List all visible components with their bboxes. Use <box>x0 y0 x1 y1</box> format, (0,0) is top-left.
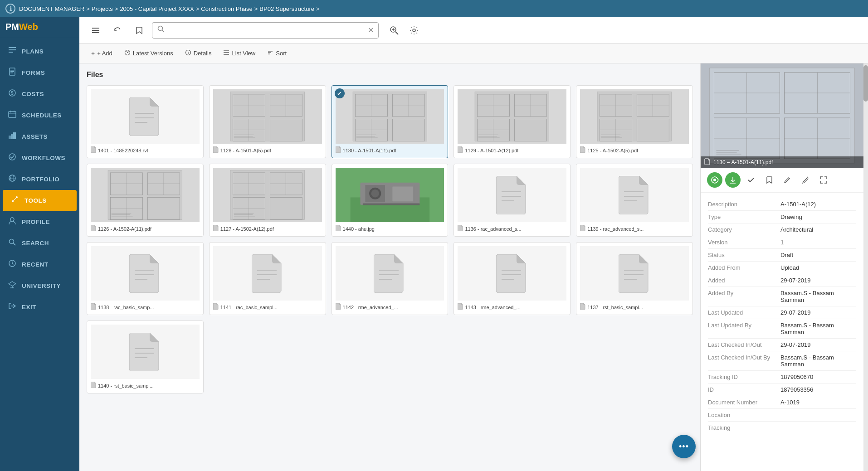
file-card[interactable]: 1143 - rme_advanced_... <box>454 242 571 315</box>
file-type-icon <box>91 303 96 311</box>
latest-versions-button[interactable]: Latest Versions <box>120 47 178 59</box>
file-name-row: 1126 - A-1502-A(11).pdf <box>91 225 200 233</box>
add-button[interactable]: + + Add <box>87 48 117 59</box>
file-type-icon <box>458 303 463 311</box>
svg-point-20 <box>10 218 14 221</box>
detail-bookmark-button[interactable] <box>761 172 777 188</box>
file-type-icon <box>580 303 585 311</box>
breadcrumb-projects[interactable]: Projects <box>92 5 113 12</box>
meta-label: Last Updated By <box>708 322 780 335</box>
meta-row: Category Architectural <box>708 223 856 236</box>
sidebar-item-exit[interactable]: EXIT <box>0 296 79 318</box>
info-icon[interactable]: ℹ <box>5 4 15 14</box>
svg-point-37 <box>413 29 415 32</box>
file-card[interactable]: 1440 - ahu.jpg <box>332 164 449 237</box>
search-box[interactable]: ✕ <box>152 22 379 39</box>
file-card[interactable]: 1141 - rac_basic_sampl... <box>209 242 326 315</box>
file-card[interactable]: 1140 - rst_basic_sampl... <box>87 320 204 393</box>
file-type-icon <box>336 303 341 311</box>
detail-view-button[interactable] <box>707 172 722 188</box>
detail-expand-button[interactable] <box>816 172 831 188</box>
meta-row: Status Draft <box>708 249 856 262</box>
search-clear-icon[interactable]: ✕ <box>368 26 374 34</box>
sidebar: PMWeb PLANS FORMS $ COSTS <box>0 17 79 471</box>
settings-button[interactable] <box>406 22 422 39</box>
meta-label: Document Number <box>708 399 780 406</box>
action-bar: + + Add Latest Versions Details List Vi <box>79 44 868 63</box>
meta-value: 29-07-2019 <box>780 309 856 316</box>
sidebar-item-forms[interactable]: FORMS <box>0 62 79 83</box>
breadcrumb-construction-phase[interactable]: Construction Phase <box>201 5 252 12</box>
meta-label: Added <box>708 277 780 284</box>
file-name: 1125 - A-1502-A(5).pdf <box>587 148 638 153</box>
hamburger-button[interactable] <box>87 23 105 38</box>
bookmark-button[interactable] <box>130 23 148 38</box>
svg-marker-24 <box>9 282 16 286</box>
detail-check-button[interactable] <box>743 172 759 188</box>
plans-icon <box>7 46 17 57</box>
meta-value: Upload <box>780 264 856 271</box>
file-type-icon <box>458 225 463 233</box>
sidebar-item-tools[interactable]: TOOLs <box>3 190 77 211</box>
sidebar-label-university: UNIVERSITY <box>22 282 61 289</box>
file-card[interactable]: 1125 - A-1502-A(5).pdf <box>576 85 693 158</box>
detail-download-button[interactable] <box>725 172 741 188</box>
file-card[interactable]: 1136 - rac_advanced_s... <box>454 164 571 237</box>
file-card[interactable]: 1401 - 1485220248.rvt <box>87 85 204 158</box>
sidebar-item-search[interactable]: SEARCH <box>0 233 79 254</box>
search-input[interactable] <box>168 27 365 34</box>
file-thumb <box>336 89 444 144</box>
detail-preview-title: 1130 – A-1501-A(11).pdf <box>701 156 863 168</box>
file-card[interactable]: 1127 - A-1502-A(12).pdf <box>209 164 326 237</box>
sidebar-item-assets[interactable]: ASSETS <box>0 126 79 147</box>
file-type-icon <box>91 146 96 154</box>
detail-annotate-button[interactable] <box>798 172 813 188</box>
zoom-button[interactable] <box>386 22 402 39</box>
svg-rect-29 <box>92 30 99 31</box>
file-name-row: 1440 - ahu.jpg <box>336 225 444 233</box>
details-button[interactable]: Details <box>180 47 216 59</box>
file-name-row: 1129 - A-1501-A(12).pdf <box>458 146 566 154</box>
sort-icon <box>267 49 273 57</box>
file-card[interactable]: 1128 - A-1501-A(5).pdf <box>209 85 326 158</box>
file-card[interactable]: 1138 - rac_basic_samp... <box>87 242 204 315</box>
sidebar-item-costs[interactable]: $ COSTS <box>0 83 79 105</box>
sidebar-item-workflows[interactable]: WORKFLOWS <box>0 147 79 169</box>
file-type-icon <box>336 146 341 154</box>
meta-row: Last Checked In/Out 29-07-2019 <box>708 339 856 351</box>
breadcrumb-superstructure[interactable]: BP02 Superstructure <box>259 5 314 12</box>
file-name: 1140 - rst_basic_sampl... <box>98 383 154 388</box>
meta-row: Document Number A-1019 <box>708 396 856 409</box>
file-thumb <box>336 246 444 301</box>
file-card[interactable]: ✔ 1130 - A-1501-A(11) <box>332 85 449 158</box>
sidebar-item-profile[interactable]: PROFILE <box>0 211 79 233</box>
file-name-row: 1140 - rst_basic_sampl... <box>91 382 200 389</box>
svg-rect-43 <box>224 52 229 53</box>
exit-icon <box>7 301 17 313</box>
meta-row: ID 1879053356 <box>708 384 856 396</box>
file-card[interactable]: 1126 - A-1502-A(11).pdf <box>87 164 204 237</box>
sidebar-item-plans[interactable]: PLANS <box>0 41 79 62</box>
undo-button[interactable] <box>108 23 127 38</box>
fab-button[interactable]: ••• <box>672 435 696 458</box>
sidebar-item-university[interactable]: UNIVERSITY <box>0 275 79 296</box>
file-card[interactable]: 1142 - rme_advanced_... <box>332 242 449 315</box>
file-card[interactable]: 1139 - rac_advanced_s... <box>576 164 693 237</box>
files-area: Files 1401 - 1485220248.rvt <box>79 63 700 471</box>
file-card[interactable]: 1137 - rst_basic_sampl... <box>576 242 693 315</box>
breadcrumb-capital-project[interactable]: 2005 - Capital Project XXXX <box>120 5 194 12</box>
detail-edit-button[interactable] <box>780 172 795 188</box>
file-card[interactable]: 1129 - A-1501-A(12).pdf <box>454 85 571 158</box>
breadcrumb-doc-manager[interactable]: DOCUMENT MANAGER <box>19 5 84 12</box>
sidebar-item-recent[interactable]: RECENT <box>0 254 79 275</box>
list-view-button[interactable]: List View <box>219 47 260 59</box>
file-name: 1143 - rme_advanced_... <box>465 305 520 310</box>
file-name-row: 1143 - rme_advanced_... <box>458 303 566 311</box>
sort-button[interactable]: Sort <box>263 47 291 59</box>
sidebar-item-portfolio[interactable]: PORTFOLIO <box>0 169 79 190</box>
meta-value: 1 <box>780 239 856 246</box>
scrollbar-track[interactable] <box>863 63 868 471</box>
sidebar-item-schedules[interactable]: SCHEDULES <box>0 105 79 126</box>
file-type-icon <box>91 225 96 233</box>
file-type-icon <box>213 303 219 311</box>
